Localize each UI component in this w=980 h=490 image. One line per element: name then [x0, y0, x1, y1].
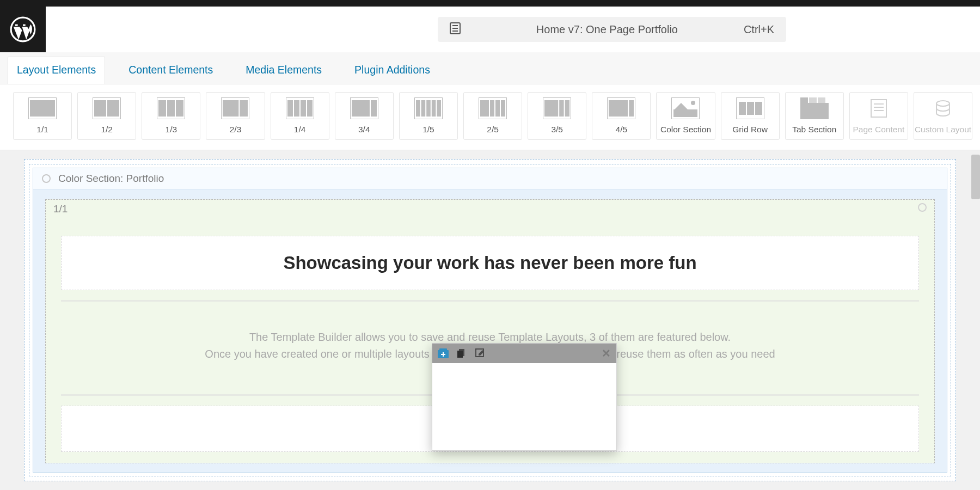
svg-rect-42 [629, 100, 634, 117]
svg-rect-16 [240, 100, 248, 117]
palette-item-1-4[interactable]: 1/4 [271, 92, 329, 140]
section-toggle-icon[interactable] [42, 174, 51, 183]
palette-item-icon [157, 97, 185, 119]
svg-rect-69 [439, 348, 447, 351]
palette-item-2-5[interactable]: 2/5 [463, 92, 522, 140]
heading-text: Showcasing your work has never been more… [72, 253, 908, 273]
palette-item-1-3[interactable]: 1/3 [142, 92, 200, 140]
palette-item-label: Page Content [853, 125, 905, 134]
svg-rect-39 [565, 100, 569, 117]
palette-item-1-5[interactable]: 1/5 [399, 92, 458, 140]
wordpress-logo-icon [9, 16, 36, 43]
palette-item-label: Custom Layout [915, 125, 971, 134]
svg-rect-26 [416, 100, 420, 117]
palette-item-icon [414, 97, 443, 119]
heading-element[interactable]: Showcasing your work has never been more… [61, 236, 919, 290]
svg-rect-38 [559, 100, 564, 117]
palette-item-icon [28, 97, 57, 119]
svg-rect-13 [176, 100, 183, 117]
palette-item-label: 4/5 [616, 125, 628, 134]
palette-item-icon [607, 97, 635, 119]
document-title: Home v7: One Page Portfolio [470, 23, 744, 36]
palette-item-3-4[interactable]: 3/4 [335, 92, 394, 140]
tab-content-elements[interactable]: Content Elements [119, 57, 222, 84]
svg-rect-34 [495, 100, 500, 117]
palette-item-4-5[interactable]: 4/5 [592, 92, 651, 140]
layout-element-palette: 1/11/21/32/31/43/41/52/53/54/5Color Sect… [0, 84, 980, 150]
svg-rect-41 [609, 100, 628, 117]
palette-item-tab-section[interactable]: Tab Section [785, 92, 844, 140]
svg-rect-48 [747, 102, 754, 115]
scrollbar-thumb[interactable] [971, 155, 980, 199]
toolbar-edit-icon[interactable] [475, 348, 486, 359]
svg-rect-9 [107, 100, 119, 117]
tab-media-elements[interactable]: Media Elements [236, 57, 331, 84]
palette-item-custom-layout[interactable]: Custom Layout [914, 92, 972, 140]
color-section-header[interactable]: Color Section: Portfolio [33, 168, 947, 189]
wordpress-logo[interactable] [0, 7, 46, 52]
separator-element[interactable] [61, 300, 919, 302]
svg-rect-49 [755, 102, 762, 115]
palette-item-icon [671, 97, 700, 119]
svg-rect-15 [223, 100, 238, 117]
toolbar-copy-icon[interactable] [456, 348, 467, 359]
svg-rect-44 [673, 109, 697, 117]
svg-rect-23 [352, 100, 370, 117]
palette-item-icon [865, 97, 893, 119]
keyboard-shortcut-label: Ctrl+K [744, 23, 774, 36]
palette-item-1-2[interactable]: 1/2 [77, 92, 136, 140]
svg-rect-30 [437, 100, 441, 117]
svg-rect-29 [432, 100, 436, 117]
svg-rect-18 [287, 100, 293, 117]
palette-item-grid-row[interactable]: Grid Row [721, 92, 780, 140]
admin-bar-strip [0, 0, 980, 7]
palette-item-icon [93, 97, 121, 119]
tab-plugin-additions[interactable]: Plugin Additions [345, 57, 439, 84]
tab-layout-elements[interactable]: Layout Elements [8, 57, 105, 84]
palette-item-icon [800, 97, 829, 119]
toolbar-body [432, 363, 616, 450]
svg-point-45 [691, 101, 695, 105]
palette-item-label: 1/5 [422, 125, 434, 134]
palette-item-icon [221, 97, 249, 119]
editor-header: Home v7: One Page Portfolio Ctrl+K [0, 7, 980, 52]
svg-rect-20 [301, 100, 306, 117]
svg-rect-73 [457, 351, 463, 358]
canvas-viewport: Color Section: Portfolio 1/1 Showcasing … [0, 150, 980, 490]
svg-rect-37 [544, 100, 558, 117]
svg-rect-51 [800, 97, 808, 103]
svg-rect-27 [421, 100, 426, 117]
element-category-tabs: Layout Elements Content Elements Media E… [0, 52, 980, 84]
palette-item-color-section[interactable]: Color Section [656, 92, 715, 140]
color-section[interactable]: Color Section: Portfolio 1/1 Showcasing … [33, 168, 947, 473]
svg-point-58 [936, 101, 950, 106]
svg-rect-52 [809, 97, 817, 103]
column-options-icon[interactable] [918, 203, 927, 212]
palette-item-icon [929, 97, 957, 119]
palette-item-page-content[interactable]: Page Content [849, 92, 908, 140]
palette-item-label: 3/5 [551, 125, 563, 134]
color-section-title: Color Section: Portfolio [58, 173, 164, 185]
document-picker[interactable]: Home v7: One Page Portfolio Ctrl+K [438, 17, 786, 42]
svg-rect-32 [480, 100, 489, 117]
svg-rect-12 [167, 100, 175, 117]
svg-rect-50 [800, 103, 829, 119]
palette-item-label: 1/3 [166, 125, 177, 134]
palette-item-label: 1/2 [101, 125, 113, 134]
palette-item-label: 1/4 [294, 125, 306, 134]
toolbar-add-icon[interactable] [438, 348, 449, 359]
palette-item-label: 3/4 [358, 125, 370, 134]
palette-item-3-5[interactable]: 3/5 [528, 92, 586, 140]
svg-rect-28 [426, 100, 431, 117]
toolbar-row: ✕ [432, 344, 616, 363]
palette-item-1-1[interactable]: 1/1 [13, 92, 72, 140]
svg-rect-8 [94, 100, 106, 117]
svg-rect-19 [294, 100, 299, 117]
palette-item-2-3[interactable]: 2/3 [206, 92, 265, 140]
palette-item-icon [736, 97, 764, 119]
toolbar-close-icon[interactable]: ✕ [602, 347, 611, 360]
svg-rect-35 [501, 100, 505, 117]
palette-item-icon [543, 97, 571, 119]
palette-item-icon [479, 97, 507, 119]
svg-rect-53 [818, 97, 825, 103]
